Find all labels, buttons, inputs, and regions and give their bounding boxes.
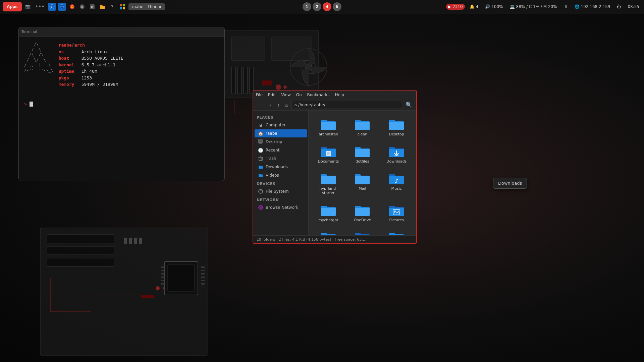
folder-mail[interactable]: Mail	[347, 169, 378, 198]
folder-archinstall-label: archinstall	[319, 132, 338, 136]
screenshot-icon[interactable]: 📷	[24, 3, 32, 11]
memory-row: memory 5949M / 31998M	[59, 81, 123, 88]
power-icon: ⏻	[617, 4, 621, 9]
sidebar-label-downloads: Downloads	[266, 165, 288, 169]
workspace-4[interactable]: 4	[323, 2, 331, 11]
menu-help[interactable]: Help	[335, 93, 344, 97]
network-browse-icon	[258, 205, 263, 210]
apps-button[interactable]: Apps	[3, 2, 22, 11]
address-bar[interactable]: ⌂ /home/raabe/	[291, 101, 402, 109]
sidebar-label-recent: Recent	[266, 148, 279, 153]
sidebar-item-browse-network[interactable]: Browse Network	[255, 203, 307, 212]
sidebar-item-recent[interactable]: 🕐 Recent	[255, 146, 307, 154]
browser-icon-5[interactable]: W	[88, 3, 96, 11]
browser-icon-4[interactable]: B	[78, 3, 86, 11]
power-tray[interactable]: ⏻	[615, 4, 623, 10]
statusbar-text: 19 folders | 2 files: 4.1 KiB (4,158 byt…	[257, 237, 366, 242]
thunar-title[interactable]: raabe - Thunar	[128, 3, 165, 10]
search-button[interactable]: 🔍	[404, 100, 414, 109]
devices-header: Devices	[253, 180, 308, 187]
browser-icon-2[interactable]	[58, 3, 66, 11]
folder-public[interactable]: Public	[347, 228, 378, 235]
folder-music[interactable]: ♪ Music	[381, 169, 412, 198]
screen-tray[interactable]: 🖥	[562, 4, 570, 10]
folder-clean[interactable]: clean	[347, 115, 378, 139]
svg-rect-6	[250, 67, 254, 94]
menu-bookmarks[interactable]: Bookmarks	[307, 93, 329, 97]
sidebar-item-downloads[interactable]: Downloads	[255, 163, 307, 171]
folder-share[interactable]: share	[381, 228, 412, 235]
folder-mychatgpt[interactable]: mychatgpt	[313, 200, 344, 225]
fm-toolbar: ← → ↑ ⌂ ⌂ /home/raabe/ 🔍	[253, 99, 416, 111]
fm-menubar: File Edit View Go Bookmarks Help	[253, 90, 416, 99]
folder-archinstall[interactable]: archinstall	[313, 115, 344, 139]
folder-pictures-icon	[388, 203, 405, 217]
svg-rect-14	[262, 80, 272, 85]
sidebar-item-raabe[interactable]: 🏠 raabe	[255, 129, 307, 137]
folder-hyprland-icon	[320, 172, 336, 185]
browser-icon-1[interactable]: C	[48, 3, 56, 11]
host-row: host B550 AORUS ELITE	[59, 55, 123, 62]
nav-back-button[interactable]: ←	[255, 101, 264, 109]
sidebar-label-videos: Videos	[266, 173, 279, 178]
sidebar-item-videos[interactable]: Videos	[255, 171, 307, 179]
cpu-tray[interactable]: 💻 88% / C 1% / M 20%	[508, 4, 559, 10]
kernel-val: 6.5.7-arch1-1	[82, 62, 116, 68]
volume-tray[interactable]: 🔊 100%	[483, 4, 505, 10]
sidebar-item-trash[interactable]: Trash	[255, 155, 307, 163]
svg-rect-33	[161, 266, 164, 268]
sidebar-label-raabe: raabe	[266, 131, 277, 136]
folder-private[interactable]: private	[313, 228, 344, 235]
volume-value: 100%	[491, 4, 503, 9]
workspace-1[interactable]: 1	[303, 2, 311, 11]
svg-point-12	[276, 84, 281, 90]
svg-rect-59	[120, 7, 122, 9]
nav-parent-button[interactable]: ↑	[275, 101, 282, 109]
clock: 08:55	[626, 4, 641, 10]
fm-content: Places 🖥 Computer 🏠 raabe Desktop 🕐 Rece…	[253, 111, 416, 235]
fm-statusbar: 19 folders | 2 files: 4.1 KiB (4,158 byt…	[253, 235, 416, 243]
folder-pictures[interactable]: Pictures	[381, 200, 412, 225]
cpu-icon: 💻	[510, 4, 515, 9]
terminal-window: Terminal /\ / \ /\ /\ / \/ \ / ,, | -\ /…	[18, 27, 225, 181]
folder-desktop[interactable]: Desktop	[381, 115, 412, 139]
browser-icon-3[interactable]	[68, 3, 76, 11]
folder-mail-label: Mail	[359, 186, 366, 191]
network-tray[interactable]: 🌐 192.168.2.159	[573, 4, 612, 10]
fm-main-area: archinstall clean Desktop	[309, 111, 416, 235]
workspace-5[interactable]: 5	[333, 2, 341, 11]
folder-private-icon	[320, 230, 336, 235]
more-icons-button[interactable]: •••	[34, 3, 46, 10]
sidebar-item-filesystem[interactable]: File System	[255, 187, 307, 195]
menu-file[interactable]: File	[256, 93, 263, 97]
youtube-tray-item[interactable]: ▶ 2310	[446, 4, 465, 10]
os-val: Arch Linux	[82, 49, 108, 55]
sidebar-item-computer[interactable]: 🖥 Computer	[255, 121, 307, 129]
folder-downloads[interactable]: Downloads	[381, 142, 412, 166]
menu-edit[interactable]: Edit	[268, 93, 276, 97]
sidebar-item-desktop[interactable]: Desktop	[255, 138, 307, 146]
svg-point-25	[156, 286, 160, 290]
svg-rect-39	[201, 266, 205, 268]
folder-dotfiles[interactable]: dotfiles	[347, 142, 378, 166]
nav-home-button[interactable]: ⌂	[283, 101, 290, 109]
terminal-body[interactable]: /\ / \ /\ /\ / \/ \ / ,, | -\ /-'' ''--_…	[19, 37, 224, 113]
nav-forward-button[interactable]: →	[265, 101, 274, 109]
svg-rect-5	[244, 67, 248, 94]
youtube-icon: ▶	[448, 4, 451, 9]
help-icon[interactable]: ?	[108, 3, 116, 11]
folder-documents[interactable]: Documents	[313, 142, 344, 166]
workspace-2[interactable]: 2	[313, 2, 321, 11]
uptime-val: 1h 40m	[82, 68, 97, 75]
notifications-tray[interactable]: 🔔 4	[468, 4, 481, 10]
menu-go[interactable]: Go	[296, 93, 302, 97]
svg-rect-77	[327, 154, 329, 155]
sidebar-label-computer: Computer	[266, 123, 286, 127]
windows-icon[interactable]	[118, 3, 126, 11]
folder-onedrive[interactable]: OneDrive	[347, 200, 378, 225]
folder-hyprland-starter[interactable]: hyprland-starter	[313, 169, 344, 198]
terminal-prompt-area[interactable]: >	[24, 95, 219, 108]
svg-rect-60	[123, 7, 125, 9]
menu-view[interactable]: View	[281, 93, 290, 97]
files-icon[interactable]	[98, 3, 106, 11]
